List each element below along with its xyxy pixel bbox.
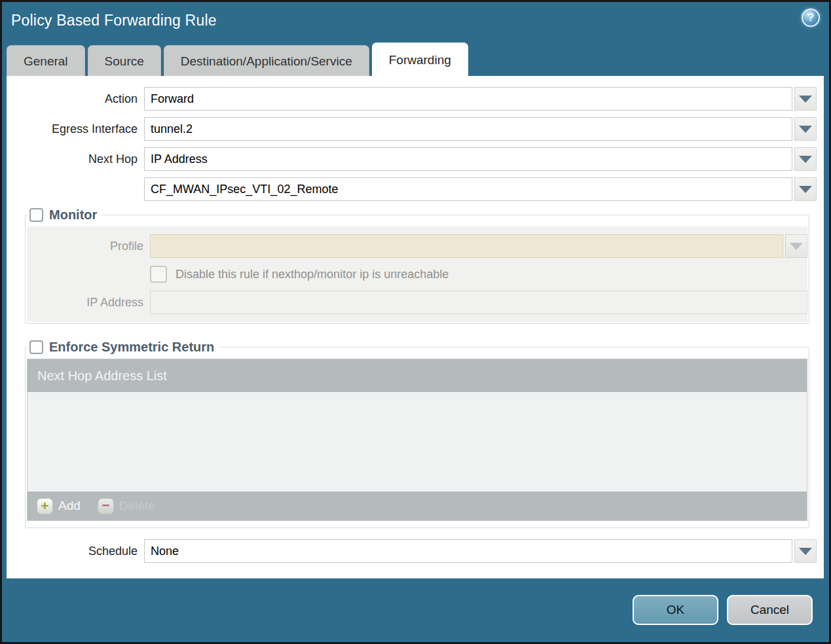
tab-destination-application-service[interactable]: Destination/Application/Service: [164, 45, 369, 76]
plus-icon: +: [37, 498, 53, 514]
chevron-down-icon: [790, 243, 803, 250]
tab-source[interactable]: Source: [88, 45, 161, 76]
next-hop-dropdown-button[interactable]: [794, 147, 817, 171]
disable-rule-label: Disable this rule if nexthop/monitor ip …: [175, 268, 449, 281]
next-hop-address-list-body[interactable]: [28, 392, 807, 492]
action-row: Action Forward: [7, 87, 817, 111]
schedule-label: Schedule: [7, 545, 144, 558]
delete-button-label: Delete: [119, 499, 155, 513]
forwarding-tab-panel: Action Forward Egress Interface tunnel.2…: [7, 76, 824, 579]
schedule-select[interactable]: None: [144, 539, 792, 563]
enforce-symmetric-return-title: Enforce Symmetric Return: [49, 340, 214, 355]
chevron-down-icon: [799, 156, 812, 163]
monitor-profile-label: Profile: [27, 240, 150, 253]
action-select[interactable]: Forward: [144, 87, 792, 111]
next-hop-address-list-table: Next Hop Address List + Add − Delete: [27, 359, 807, 521]
chevron-down-icon: [799, 186, 812, 193]
monitor-group-title: Monitor: [49, 207, 97, 223]
help-icon[interactable]: ?: [802, 9, 820, 27]
egress-interface-row: Egress Interface tunnel.2: [7, 117, 817, 141]
next-hop-address-list-header: Next Hop Address List: [28, 359, 807, 392]
monitor-profile-row: Profile: [27, 234, 807, 258]
dialog-footer: OK Cancel: [2, 579, 829, 641]
tab-forwarding[interactable]: Forwarding: [372, 43, 468, 76]
monitor-legend: Monitor: [28, 207, 102, 223]
next-hop-address-select[interactable]: CF_MWAN_IPsec_VTI_02_Remote: [144, 177, 792, 201]
chevron-down-icon: [799, 126, 812, 133]
enforce-symmetric-return-checkbox[interactable]: [29, 340, 43, 354]
disable-rule-checkbox: [150, 266, 167, 283]
schedule-dropdown-button[interactable]: [794, 539, 817, 563]
monitor-disable-rule-row: Disable this rule if nexthop/monitor ip …: [150, 265, 807, 283]
next-hop-label: Next Hop: [7, 152, 144, 166]
action-dropdown-button[interactable]: [794, 87, 817, 111]
next-hop-address-list-toolbar: + Add − Delete: [28, 492, 807, 520]
delete-button: − Delete: [98, 498, 155, 514]
minus-icon: −: [98, 498, 114, 514]
cancel-button[interactable]: Cancel: [727, 595, 813, 625]
next-hop-row: Next Hop IP Address: [7, 147, 817, 171]
egress-interface-dropdown-button[interactable]: [794, 117, 817, 141]
egress-interface-select[interactable]: tunnel.2: [144, 117, 792, 141]
title-bar: Policy Based Forwarding Rule ?: [2, 2, 829, 41]
monitor-ip-address-input: [150, 291, 807, 314]
dialog-title: Policy Based Forwarding Rule: [11, 12, 217, 29]
ok-button[interactable]: OK: [633, 595, 718, 625]
chevron-down-icon: [799, 96, 812, 103]
tab-strip: General Source Destination/Application/S…: [2, 41, 829, 76]
tab-general[interactable]: General: [7, 45, 85, 76]
monitor-ip-address-row: IP Address: [27, 291, 807, 314]
monitor-ip-address-label: IP Address: [27, 296, 150, 310]
dialog-window: Policy Based Forwarding Rule ? General S…: [0, 0, 831, 644]
schedule-row: Schedule None: [7, 539, 817, 563]
add-button[interactable]: + Add: [37, 498, 81, 514]
add-button-label: Add: [58, 499, 81, 513]
next-hop-address-dropdown-button[interactable]: [794, 177, 817, 201]
monitor-group: Monitor Profile Disable this rule if nex…: [25, 207, 809, 324]
next-hop-type-select[interactable]: IP Address: [144, 147, 792, 171]
enforce-symmetric-return-group: Enforce Symmetric Return Next Hop Addres…: [25, 340, 809, 528]
egress-interface-label: Egress Interface: [7, 122, 144, 136]
chevron-down-icon: [799, 548, 812, 555]
action-label: Action: [7, 92, 144, 106]
monitor-profile-dropdown-button: [785, 234, 807, 258]
next-hop-address-row: CF_MWAN_IPsec_VTI_02_Remote: [7, 177, 817, 201]
enforce-symmetric-return-legend: Enforce Symmetric Return: [28, 340, 219, 355]
monitor-checkbox[interactable]: [29, 208, 43, 222]
monitor-profile-select: [150, 234, 783, 258]
monitor-box: Profile Disable this rule if nexthop/mon…: [27, 226, 807, 322]
